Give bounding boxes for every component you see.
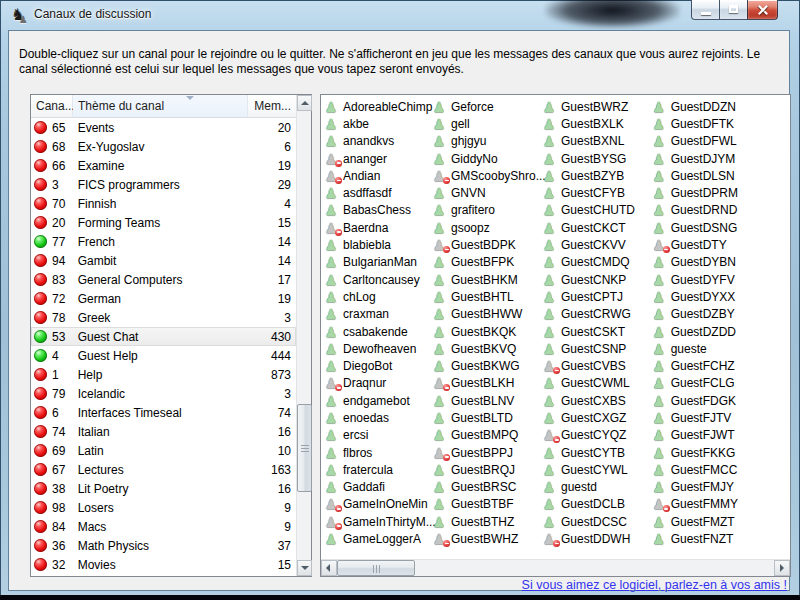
user-item[interactable]: ♟GuestBHTL (431, 288, 541, 305)
column-header-members[interactable]: Mem... (248, 95, 296, 117)
user-item[interactable]: ♟Baerdna (323, 219, 431, 236)
user-item[interactable]: ♟GameInOneMin (323, 496, 431, 513)
users-horizontal-scrollbar[interactable] (321, 559, 790, 576)
column-header-theme[interactable]: Thème du canal (73, 95, 248, 117)
user-item[interactable]: ♟GuestDRND (651, 202, 789, 219)
user-item[interactable]: ♟GuestDJYM (651, 150, 789, 167)
user-item[interactable]: ♟GuestCVBS (541, 357, 651, 374)
user-item[interactable]: ♟GuestBWHZ (431, 530, 541, 547)
user-item[interactable]: ♟csabakende (323, 323, 431, 340)
user-item[interactable]: ♟GuestFMMY (651, 496, 789, 513)
channel-row[interactable]: 77French14 (31, 232, 296, 251)
channel-row[interactable]: 20Forming Teams15 (31, 213, 296, 232)
user-item[interactable]: ♟DiegoBot (323, 357, 431, 374)
scroll-left-button[interactable] (321, 560, 337, 576)
channel-row[interactable]: 83General Computers17 (31, 270, 296, 289)
channel-row[interactable]: 66Examine19 (31, 156, 296, 175)
channel-row[interactable]: 4Guest Help444 (31, 346, 296, 365)
user-item[interactable]: ♟GuestFNZT (651, 530, 789, 547)
user-item[interactable]: ♟GuestBXLK (541, 115, 651, 132)
user-item[interactable]: ♟GiddyNo (431, 150, 541, 167)
user-item[interactable]: ♟GuestCSNP (541, 340, 651, 357)
user-item[interactable]: ♟GuestBXNL (541, 133, 651, 150)
user-item[interactable]: ♟GuestCRWG (541, 306, 651, 323)
vertical-scroll-thumb[interactable] (297, 404, 312, 492)
channel-row[interactable]: 65Events20 (31, 118, 296, 137)
user-item[interactable]: ♟asdffasdf (323, 184, 431, 201)
channel-row-selected[interactable]: 53Guest Chat430 (31, 327, 296, 346)
share-software-link[interactable]: Si vous aimez ce logiciel, parlez-en à v… (522, 578, 787, 592)
user-item[interactable]: ♟craxman (323, 306, 431, 323)
user-item[interactable]: ♟fratercula (323, 461, 431, 478)
user-item[interactable]: ♟GuestDDZN (651, 98, 789, 115)
channel-row[interactable]: 94Gambit14 (31, 251, 296, 270)
user-item[interactable]: ♟GuestBRQJ (431, 461, 541, 478)
user-item[interactable]: ♟ghjgyu (431, 133, 541, 150)
user-item[interactable]: ♟Geforce (431, 98, 541, 115)
user-item[interactable]: ♟GuestFMJY (651, 479, 789, 496)
user-item[interactable]: ♟GuestBLNV (431, 392, 541, 409)
user-item[interactable]: ♟GuestCXGZ (541, 409, 651, 426)
user-item[interactable]: ♟GuestBTHZ (431, 513, 541, 530)
user-item[interactable]: ♟gueste (651, 340, 789, 357)
scroll-up-button[interactable] (297, 95, 312, 111)
close-button[interactable] (747, 0, 778, 20)
channels-vertical-scrollbar[interactable] (296, 95, 311, 576)
channel-row[interactable]: 32Movies15 (31, 555, 296, 574)
user-item[interactable]: ♟GuestDZBY (651, 306, 789, 323)
channel-row[interactable]: 70Finnish4 (31, 194, 296, 213)
user-item[interactable]: ♟GuestFJWT (651, 427, 789, 444)
user-item[interactable]: ♟GuestCPTJ (541, 288, 651, 305)
user-item[interactable]: ♟GuestDSNG (651, 219, 789, 236)
user-item[interactable]: ♟Draqnur (323, 375, 431, 392)
channel-row[interactable]: 36Math Physics37 (31, 536, 296, 555)
user-item[interactable]: ♟GMScoobyShro... (431, 167, 541, 184)
user-item[interactable]: ♟GuestCHUTD (541, 202, 651, 219)
user-item[interactable]: ♟GuestBLTD (431, 409, 541, 426)
user-item[interactable]: ♟GuestBHKM (431, 271, 541, 288)
channel-row[interactable]: 1Help873 (31, 365, 296, 384)
user-item[interactable]: ♟enoedas (323, 409, 431, 426)
user-item[interactable]: ♟GuestCYWL (541, 461, 651, 478)
user-item[interactable]: ♟GuestDTY (651, 236, 789, 253)
user-item[interactable]: ♟GNVN (431, 184, 541, 201)
user-item[interactable]: ♟GuestFMCC (651, 461, 789, 478)
user-item[interactable]: ♟BulgarianMan (323, 254, 431, 271)
user-item[interactable]: ♟GuestDDWH (541, 530, 651, 547)
channel-row[interactable]: 74Italian16 (31, 422, 296, 441)
channel-row[interactable]: 84Macs9 (31, 517, 296, 536)
user-item[interactable]: ♟GuestBRSC (431, 479, 541, 496)
user-item[interactable]: ♟GuestDYFV (651, 271, 789, 288)
channel-row[interactable]: 6Interfaces Timeseal74 (31, 403, 296, 422)
user-item[interactable]: ♟GuestBLKH (431, 375, 541, 392)
column-header-channel[interactable]: Cana... (31, 95, 73, 117)
channel-row[interactable]: 68Ex-Yugoslav6 (31, 137, 296, 156)
channel-row[interactable]: 69Latin10 (31, 441, 296, 460)
user-item[interactable]: ♟GuestFCHZ (651, 357, 789, 374)
user-item[interactable]: ♟grafitero (431, 202, 541, 219)
user-item[interactable]: ♟BabasChess (323, 202, 431, 219)
user-item[interactable]: ♟flbros (323, 444, 431, 461)
horizontal-scroll-thumb[interactable] (337, 560, 415, 576)
user-item[interactable]: ♟GuestBDPK (431, 236, 541, 253)
user-item[interactable]: ♟GuestCMDQ (541, 254, 651, 271)
user-item[interactable]: ♟GuestCSKT (541, 323, 651, 340)
minimize-button[interactable] (691, 0, 720, 20)
user-item[interactable]: ♟GuestCNKP (541, 271, 651, 288)
user-item[interactable]: ♟GuestBZYB (541, 167, 651, 184)
user-item[interactable]: ♟GuestBHWW (431, 306, 541, 323)
user-item[interactable]: ♟GuestBPPJ (431, 444, 541, 461)
user-item[interactable]: ♟GuestDYXX (651, 288, 789, 305)
maximize-button[interactable] (719, 0, 748, 20)
user-item[interactable]: ♟GuestBKWG (431, 357, 541, 374)
user-item[interactable]: ♟ercsi (323, 427, 431, 444)
user-item[interactable]: ♟GuestBMPQ (431, 427, 541, 444)
user-item[interactable]: ♟GuestDFWL (651, 133, 789, 150)
channel-row[interactable]: 38Lit Poetry16 (31, 479, 296, 498)
user-item[interactable]: ♟GuestDLSN (651, 167, 789, 184)
user-item[interactable]: ♟GuestCXBS (541, 392, 651, 409)
user-item[interactable]: ♟AdoreableChimp (323, 98, 431, 115)
user-item[interactable]: ♟gsoopz (431, 219, 541, 236)
user-item[interactable]: ♟GuestBFPK (431, 254, 541, 271)
user-item[interactable]: ♟GuestCWML (541, 375, 651, 392)
